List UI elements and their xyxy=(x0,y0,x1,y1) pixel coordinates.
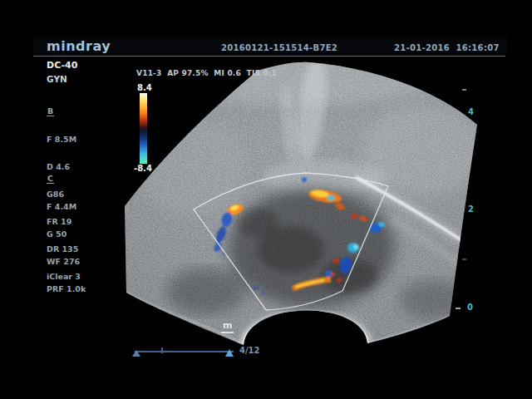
param-line: PRF 1.0k xyxy=(47,284,86,293)
param-line: G 50 xyxy=(47,229,86,239)
colorbar-max-label: 8.4 xyxy=(137,83,152,92)
ultrasound-screen: { "header": { "logo_text": "mindray", "e… xyxy=(0,0,532,399)
cine-position-marker[interactable] xyxy=(225,349,234,357)
system-model: DC-40 xyxy=(47,60,77,71)
depth-tick xyxy=(462,259,466,260)
cine-start-marker[interactable] xyxy=(132,350,140,357)
time: 16:16:07 xyxy=(456,43,500,52)
probe-info: V11-3 AP 97.5% MI 0.6 TIS 0.1 xyxy=(136,69,277,77)
param-line: F 8.5M xyxy=(47,135,81,144)
cine-frame-counter: 4/12 xyxy=(239,346,260,355)
colorbar-min-label: -8.4 xyxy=(134,164,152,173)
param-line: F 4.4M xyxy=(47,202,86,211)
date: 21-01-2016 xyxy=(394,43,450,52)
cine-bar[interactable] xyxy=(135,351,234,352)
datetime: 21-01-2016 16:16:07 xyxy=(394,43,500,52)
depth-tick xyxy=(456,112,461,114)
b-mode-label: B xyxy=(47,106,54,116)
fan-sector xyxy=(116,50,486,357)
param-line: WF 276 xyxy=(47,257,86,266)
header-divider xyxy=(33,56,505,57)
depth-label-0: 0 xyxy=(467,303,473,312)
exam-id: 20160121-151514-B7E2 xyxy=(221,43,337,52)
measure-cursor: m xyxy=(223,320,232,331)
depth-label-4: 4 xyxy=(468,107,474,116)
c-mode-params: C F 4.4M G 50 WF 276 PRF 1.0k xyxy=(47,155,86,303)
c-mode-label: C xyxy=(47,174,54,184)
mindray-logo: mindray xyxy=(47,38,111,54)
measure-cursor-underline xyxy=(221,332,234,333)
depth-tick xyxy=(462,160,466,161)
depth-tick xyxy=(462,89,466,91)
cine-tick xyxy=(161,347,163,353)
depth-label-2: 2 xyxy=(468,204,474,214)
depth-tick xyxy=(456,308,461,309)
doppler-colorbar xyxy=(140,93,147,164)
exam-preset: GYN xyxy=(47,74,67,84)
